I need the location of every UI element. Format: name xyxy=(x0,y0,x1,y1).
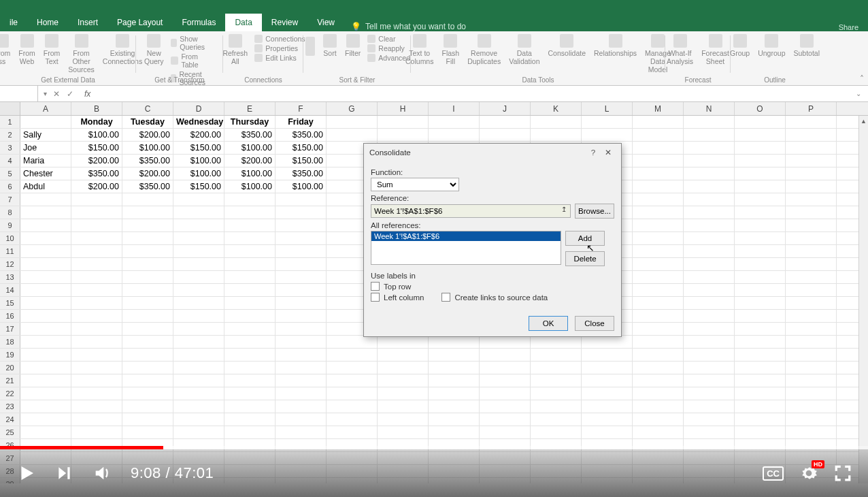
cell[interactable] xyxy=(582,349,633,361)
cell[interactable] xyxy=(276,219,327,231)
cell[interactable] xyxy=(378,400,429,413)
from-table-button[interactable]: From Table xyxy=(168,52,219,69)
cell[interactable] xyxy=(684,413,735,426)
cell[interactable] xyxy=(735,167,786,180)
cell[interactable]: $350.00 xyxy=(122,180,173,193)
cell[interactable] xyxy=(633,271,684,283)
cell[interactable] xyxy=(735,400,786,413)
cell[interactable] xyxy=(531,349,582,361)
row-header[interactable]: 24 xyxy=(0,413,20,426)
filter-button[interactable]: Filter xyxy=(341,33,365,63)
cell[interactable] xyxy=(735,426,786,438)
cell[interactable] xyxy=(786,310,837,322)
cell[interactable] xyxy=(633,129,684,141)
cell[interactable] xyxy=(20,297,71,309)
cell[interactable]: Monday xyxy=(71,116,122,128)
cell[interactable] xyxy=(480,413,531,426)
cell[interactable] xyxy=(20,116,71,128)
cell[interactable] xyxy=(71,232,122,244)
cell[interactable] xyxy=(71,193,122,206)
cell[interactable] xyxy=(684,323,735,335)
cell[interactable] xyxy=(633,349,684,361)
cell[interactable] xyxy=(122,258,173,270)
cell[interactable] xyxy=(276,400,327,413)
cell[interactable] xyxy=(224,362,276,374)
cell[interactable] xyxy=(224,271,276,283)
cell[interactable] xyxy=(378,362,429,374)
cell[interactable] xyxy=(633,258,684,270)
all-references-list[interactable]: Week 1'!$A$1:$F$6 xyxy=(371,231,561,265)
cell[interactable] xyxy=(20,400,71,413)
col-header[interactable]: K xyxy=(531,102,582,115)
row-header[interactable]: 2 xyxy=(0,129,20,141)
ungroup-button[interactable]: Ungroup xyxy=(754,33,789,59)
close-button[interactable]: Close xyxy=(575,316,614,331)
cell[interactable]: $150.00 xyxy=(276,142,327,154)
cell[interactable] xyxy=(582,387,633,400)
tab-data[interactable]: Data xyxy=(225,14,261,31)
cell[interactable] xyxy=(122,362,173,374)
cell[interactable] xyxy=(480,362,531,374)
cell[interactable]: Thursday xyxy=(224,116,276,128)
cell[interactable] xyxy=(633,116,684,128)
row-header[interactable]: 17 xyxy=(0,323,20,335)
cell[interactable] xyxy=(531,426,582,438)
cell[interactable] xyxy=(276,336,327,348)
cell[interactable] xyxy=(327,374,378,387)
cell[interactable] xyxy=(71,323,122,335)
cell[interactable] xyxy=(327,426,378,438)
cell[interactable] xyxy=(684,426,735,438)
cell[interactable] xyxy=(20,245,71,257)
cell[interactable] xyxy=(786,116,837,128)
cell[interactable] xyxy=(684,167,735,180)
dialog-help-button[interactable]: ? xyxy=(586,148,601,157)
col-header[interactable]: I xyxy=(429,102,480,115)
cell[interactable] xyxy=(122,336,173,348)
from-other-sources-button[interactable]: From Other Sources xyxy=(64,33,99,75)
cell[interactable] xyxy=(173,336,224,348)
cell[interactable] xyxy=(684,142,735,154)
row-header[interactable]: 14 xyxy=(0,284,20,296)
cell[interactable] xyxy=(582,362,633,374)
cell[interactable] xyxy=(735,232,786,244)
expand-formula-bar-button[interactable]: ⌄ xyxy=(849,90,868,97)
cell[interactable]: $100.00 xyxy=(71,129,122,141)
cell[interactable] xyxy=(71,426,122,438)
col-header[interactable]: P xyxy=(786,102,837,115)
cell[interactable] xyxy=(71,219,122,231)
cell[interactable] xyxy=(633,413,684,426)
row-header[interactable]: 4 xyxy=(0,155,20,167)
cell[interactable] xyxy=(582,400,633,413)
cell[interactable]: Sally xyxy=(20,129,71,141)
cell[interactable] xyxy=(71,206,122,219)
cell[interactable] xyxy=(122,284,173,296)
cell[interactable] xyxy=(735,362,786,374)
cell[interactable] xyxy=(633,426,684,438)
vertical-scrollbar[interactable]: ▲ xyxy=(858,116,868,483)
cell[interactable] xyxy=(378,129,429,141)
cell[interactable] xyxy=(276,297,327,309)
cell[interactable] xyxy=(480,400,531,413)
cell[interactable] xyxy=(633,336,684,348)
cell[interactable] xyxy=(633,219,684,231)
cell[interactable] xyxy=(684,349,735,361)
cell[interactable] xyxy=(224,349,276,361)
connections-button[interactable]: Connections xyxy=(252,34,307,44)
cell[interactable]: $150.00 xyxy=(71,142,122,154)
cell[interactable] xyxy=(224,245,276,257)
cell[interactable] xyxy=(735,271,786,283)
cell[interactable] xyxy=(786,219,837,231)
refresh-all-button[interactable]: Refresh All xyxy=(218,33,252,67)
cell[interactable] xyxy=(122,193,173,206)
cell[interactable] xyxy=(786,387,837,400)
cell[interactable] xyxy=(786,400,837,413)
cell[interactable]: $200.00 xyxy=(71,155,122,167)
cell[interactable] xyxy=(122,387,173,400)
cell[interactable] xyxy=(684,297,735,309)
data-validation-button[interactable]: Data Validation xyxy=(505,33,544,75)
cell[interactable] xyxy=(173,258,224,270)
cell[interactable] xyxy=(684,387,735,400)
cell[interactable] xyxy=(684,116,735,128)
col-header[interactable]: D xyxy=(173,102,224,115)
row-header[interactable]: 13 xyxy=(0,271,20,283)
